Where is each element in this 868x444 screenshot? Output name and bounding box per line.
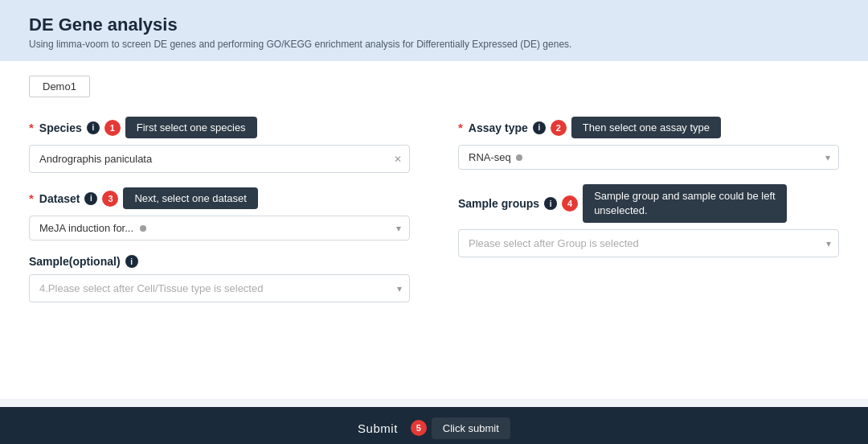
assay-tooltip: Then select one assay type bbox=[571, 117, 721, 138]
tab-row: Demo1 bbox=[29, 76, 839, 97]
dataset-tooltip: Next, select one dataset bbox=[123, 187, 257, 209]
sample-groups-step-badge: 4 bbox=[562, 195, 578, 212]
species-label: Species bbox=[39, 121, 82, 134]
species-required: * bbox=[29, 121, 34, 134]
submit-tooltip: Click submit bbox=[432, 417, 510, 439]
sample-optional-select[interactable]: 4.Please select after Cell/Tissue type i… bbox=[29, 274, 410, 302]
assay-select-wrapper[interactable]: RNA-seq ▾ bbox=[458, 145, 839, 170]
assay-value: RNA-seq bbox=[469, 151, 511, 163]
dataset-dot-icon bbox=[140, 225, 146, 232]
sample-optional-row: Sample(optional) i 4.Please select after… bbox=[29, 255, 410, 302]
dataset-label: Dataset bbox=[39, 192, 80, 205]
right-column: * Assay type i 2 Then select one assay t… bbox=[458, 117, 839, 317]
demo1-tab[interactable]: Demo1 bbox=[29, 76, 90, 97]
dataset-required: * bbox=[29, 191, 34, 205]
sample-groups-tooltip: Sample group and sample could be left un… bbox=[583, 184, 786, 223]
species-select-wrapper[interactable]: Andrographis paniculata ✕ bbox=[29, 145, 410, 173]
dataset-chevron-icon: ▾ bbox=[396, 223, 401, 234]
sample-groups-row: Sample groups i 4 Sample group and sampl… bbox=[458, 184, 839, 257]
dataset-row: * Dataset i 3 Next, select one dataset M… bbox=[29, 187, 410, 240]
rna-dot-icon bbox=[516, 154, 522, 161]
sample-optional-select-wrapper[interactable]: 4.Please select after Cell/Tissue type i… bbox=[29, 274, 410, 302]
dataset-tooltip-group: 3 Next, select one dataset bbox=[102, 187, 257, 209]
sample-groups-select[interactable]: Please select after Group is selected bbox=[458, 229, 839, 257]
sample-groups-select-wrapper[interactable]: Please select after Group is selected ▾ bbox=[458, 229, 839, 257]
dataset-step-badge: 3 bbox=[102, 191, 118, 207]
species-label-row: * Species i 1 First select one species bbox=[29, 117, 410, 138]
left-column: * Species i 1 First select one species A… bbox=[29, 117, 410, 317]
dataset-info-icon[interactable]: i bbox=[84, 192, 97, 205]
submit-step-badge: 5 bbox=[411, 420, 427, 436]
assay-tooltip-group: 2 Then select one assay type bbox=[551, 117, 721, 138]
submit-button[interactable]: Submit bbox=[358, 421, 398, 435]
species-select[interactable]: Andrographis paniculata bbox=[29, 145, 410, 173]
page-title: DE Gene analysis bbox=[29, 14, 839, 35]
assay-type-label: Assay type bbox=[469, 121, 528, 134]
submit-tooltip-group: 5 Click submit bbox=[411, 417, 510, 439]
footer-bar: Submit 5 Click submit bbox=[0, 407, 868, 444]
main-content: Demo1 * Species i 1 First select one spe… bbox=[0, 61, 868, 399]
sample-groups-label-row: Sample groups i 4 Sample group and sampl… bbox=[458, 184, 839, 223]
species-tooltip-group: 1 First select one species bbox=[104, 117, 257, 138]
sample-groups-label: Sample groups bbox=[458, 197, 539, 210]
assay-chevron-icon: ▾ bbox=[825, 152, 830, 163]
species-step-badge: 1 bbox=[104, 120, 121, 136]
form-grid: * Species i 1 First select one species A… bbox=[29, 117, 839, 317]
dataset-select-wrapper[interactable]: MeJA induction for... ▾ bbox=[29, 216, 410, 240]
assay-type-row: * Assay type i 2 Then select one assay t… bbox=[458, 117, 839, 170]
assay-required: * bbox=[458, 121, 463, 134]
sample-optional-label: Sample(optional) bbox=[29, 255, 121, 268]
dataset-label-row: * Dataset i 3 Next, select one dataset bbox=[29, 187, 410, 209]
species-info-icon[interactable]: i bbox=[87, 121, 100, 134]
assay-step-badge: 2 bbox=[551, 120, 567, 136]
species-row: * Species i 1 First select one species A… bbox=[29, 117, 410, 173]
assay-info-icon[interactable]: i bbox=[533, 121, 546, 134]
sample-optional-label-row: Sample(optional) i bbox=[29, 255, 410, 268]
sample-groups-info-icon[interactable]: i bbox=[544, 197, 557, 210]
page-header: DE Gene analysis Using limma-voom to scr… bbox=[0, 0, 868, 61]
page-subtitle: Using limma-voom to screen DE genes and … bbox=[29, 39, 839, 50]
dataset-value: MeJA induction for... bbox=[39, 222, 133, 234]
sample-optional-info-icon[interactable]: i bbox=[125, 255, 138, 268]
species-tooltip: First select one species bbox=[125, 117, 257, 138]
assay-type-label-row: * Assay type i 2 Then select one assay t… bbox=[458, 117, 839, 138]
sample-groups-tooltip-group: 4 Sample group and sample could be left … bbox=[562, 184, 786, 223]
